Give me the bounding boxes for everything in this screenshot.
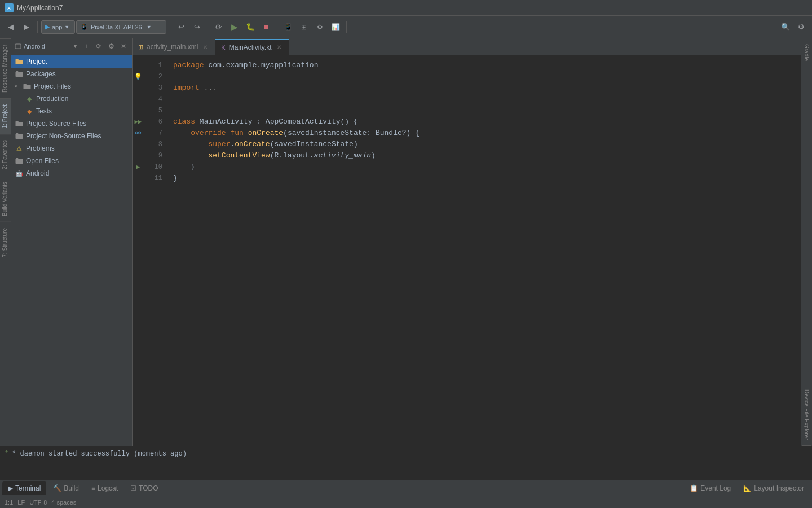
app-icon: A — [5, 3, 14, 12]
profiler-button[interactable]: 📊 — [328, 20, 343, 34]
todo-tab[interactable]: ☑ TODO — [125, 481, 164, 495]
code-content[interactable]: package com.example.myapplication import… — [166, 55, 801, 446]
favorites-tab[interactable]: 2: Favorites — [0, 134, 11, 175]
run-button[interactable]: ▶ — [227, 20, 242, 34]
tab-activity-main-xml-label: activity_main.xml — [147, 43, 198, 51]
run-config-label: app — [52, 24, 62, 30]
event-log-tab[interactable]: 📋 Event Log — [684, 481, 736, 495]
import-dots: ... — [200, 84, 217, 92]
build-variants-tab[interactable]: Build Variants — [0, 176, 11, 222]
line-numbers: 1 2 3 4 5 6 7 8 9 10 11 — [144, 55, 166, 446]
search-button[interactable]: 🔍 — [778, 20, 793, 34]
kw-class: class — [173, 117, 195, 126]
redo-button[interactable]: ↪ — [189, 20, 204, 34]
run-config-select[interactable]: ▶ app ▼ — [41, 20, 75, 34]
close-tab-activity-main-xml[interactable]: ✕ — [201, 43, 209, 51]
position-indicator[interactable]: 1:1 — [5, 499, 13, 506]
device-manager-button[interactable]: 📱 — [281, 20, 295, 34]
gradle-tab[interactable]: Gradle — [802, 38, 811, 67]
debug-button[interactable]: 🐛 — [243, 20, 258, 34]
run-gutter-icon-10[interactable]: ▶ — [136, 161, 140, 173]
debug-gutter-icon[interactable]: ⚙⚙ — [135, 128, 142, 139]
tree-item-project-non-source-files[interactable]: Project Non-Source Files — [11, 130, 132, 142]
gutter-7: ⚙⚙ — [133, 128, 144, 139]
structure-tab[interactable]: 7: Structure — [0, 222, 11, 263]
tree-item-android-label: Android — [26, 169, 49, 177]
toolbar-separator-5 — [346, 21, 347, 33]
forward-button[interactable]: ▶ — [19, 20, 34, 34]
xml-icon: ⊞ — [138, 43, 143, 51]
avd-button[interactable]: ⊞ — [297, 20, 311, 34]
device-select[interactable]: 📱 Pixel 3a XL API 26 ▼ — [76, 20, 166, 34]
tree-item-packages[interactable]: Packages — [11, 68, 132, 80]
toolbar: ◀ ▶ ▶ app ▼ 📱 Pixel 3a XL API 26 ▼ ↩ ↪ ⟳… — [0, 16, 812, 38]
tree-item-production[interactable]: ◆ Production — [11, 93, 132, 105]
line-ending-indicator[interactable]: LF — [17, 499, 25, 506]
warning-icon-problems: ⚠ — [15, 144, 24, 153]
run-gutter-icon[interactable]: ▶▶ — [134, 116, 142, 128]
resource-manager-tab[interactable]: Resource Manager — [0, 38, 11, 98]
tree-item-android[interactable]: 🤖 Android — [11, 167, 132, 179]
encoding-value: UTF-8 — [29, 499, 47, 506]
layout-inspector-tab[interactable]: 📐 Layout Inspector — [738, 481, 810, 495]
tree-item-tests-label: Tests — [36, 107, 52, 115]
gutter-6: ▶▶ — [133, 116, 144, 128]
folder-icon-project-non-source-files — [15, 132, 24, 141]
sdk-button[interactable]: ⚙ — [312, 20, 327, 34]
settings-button[interactable]: ⚙ — [794, 20, 809, 34]
android-icon-tree: 🤖 — [15, 169, 24, 178]
tree-item-problems[interactable]: ⚠ Problems — [11, 142, 132, 155]
gutter-10: ▶ — [133, 161, 144, 173]
close-tab-mainactivity-kt[interactable]: ✕ — [275, 43, 283, 51]
tree-item-project-files-label: Project Files — [34, 82, 71, 90]
toolbar-separator-1 — [37, 21, 38, 33]
line-ending-value: LF — [17, 499, 25, 506]
status-bar: 1:1 LF UTF-8 4 spaces — [0, 496, 812, 508]
bulb-icon[interactable]: 💡 — [134, 71, 142, 82]
panel-dropdown-icon — [15, 43, 21, 50]
close-panel-button[interactable]: ✕ — [118, 41, 129, 51]
settings-panel-button[interactable]: ⚙ — [106, 41, 116, 51]
tree-item-packages-label: Packages — [26, 70, 56, 78]
main-area: Resource Manager 1: Project 2: Favorites… — [0, 38, 812, 446]
ln-11: 11 — [144, 173, 162, 184]
tab-mainactivity-kt[interactable]: K MainActivity.kt ✕ — [215, 39, 289, 55]
tree-item-open-files[interactable]: Open Files — [11, 155, 132, 167]
run-config-chevron: ▼ — [64, 24, 69, 30]
build-tab[interactable]: 🔨 Build — [47, 481, 85, 495]
stop-button[interactable]: ■ — [259, 20, 273, 34]
logcat-tab[interactable]: ≡ Logcat — [86, 481, 123, 495]
tree-item-project-source-files[interactable]: Project Source Files — [11, 117, 132, 130]
layout-inspector-label: Layout Inspector — [754, 484, 804, 492]
project-tab[interactable]: 1: Project — [0, 98, 11, 134]
tree-item-project-files[interactable]: ▾ Project Files — [11, 80, 132, 93]
back-button[interactable]: ◀ — [3, 20, 18, 34]
gutter-2: 💡 — [133, 71, 144, 82]
source-icon-production: ◆ — [25, 94, 34, 103]
code-editor[interactable]: 💡 ▶▶ ⚙⚙ ▶ 1 2 3 4 5 6 7 8 9 — [133, 55, 801, 446]
indent-indicator[interactable]: 4 spaces — [51, 499, 76, 506]
tree-item-project[interactable]: Project — [11, 55, 132, 68]
device-label: Pixel 3a XL API 26 — [91, 24, 142, 30]
add-file-button[interactable]: + — [81, 41, 91, 51]
synchronize-button[interactable]: ⟳ — [94, 41, 104, 51]
tab-activity-main-xml[interactable]: ⊞ activity_main.xml ✕ — [133, 39, 215, 55]
gutter-4 — [133, 94, 144, 105]
gutter-11 — [133, 173, 144, 184]
undo-button[interactable]: ↩ — [174, 20, 188, 34]
device-file-explorer-tab[interactable]: Device File Explorer — [802, 384, 811, 446]
panel-title: Android — [24, 43, 70, 50]
encoding-indicator[interactable]: UTF-8 — [29, 499, 47, 506]
fn-oncreate: onCreate — [248, 129, 283, 137]
indent-value: 4 spaces — [51, 499, 76, 506]
tree-item-project-label: Project — [26, 58, 47, 65]
build-tab-label: Build — [64, 484, 79, 492]
svg-rect-2 — [15, 44, 21, 49]
toolbar-separator-3 — [208, 21, 208, 33]
sync-button[interactable]: ⟳ — [211, 20, 226, 34]
gutter-8 — [133, 139, 144, 150]
tree-item-tests[interactable]: ◆ Tests — [11, 105, 132, 117]
ln-7: 7 — [144, 128, 162, 139]
tree-item-problems-label: Problems — [26, 144, 55, 152]
terminal-tab[interactable]: ▶ Terminal — [2, 481, 46, 495]
